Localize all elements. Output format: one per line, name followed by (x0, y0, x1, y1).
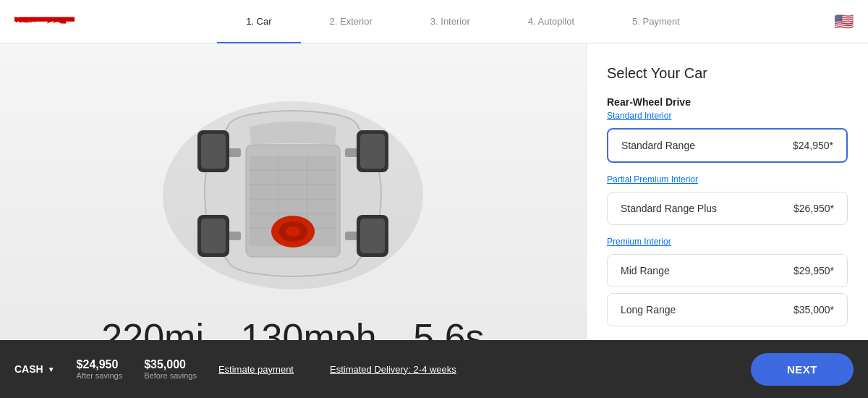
svg-rect-25 (360, 219, 385, 253)
nav-step-payment[interactable]: 5. Payment (603, 0, 709, 43)
premium-interior-link[interactable]: Premium Interior (607, 237, 848, 247)
svg-point-13 (286, 226, 300, 237)
chevron-down-icon: ▼ (48, 365, 55, 373)
partial-premium-interior-link[interactable]: Partial Premium Interior (607, 174, 848, 185)
nav-step-interior[interactable]: 3. Interior (401, 0, 499, 43)
car-option-standard-range[interactable]: Standard Range $24,950* (607, 128, 848, 163)
price-before-savings-block: $35,000 Before savings (144, 358, 197, 380)
drive-type-label: Rear-Wheel Drive (607, 96, 848, 108)
next-button[interactable]: NEXT (751, 353, 854, 386)
car-option-long-range[interactable]: Long Range $35,000* (607, 293, 848, 326)
bottom-bar: CASH ▼ $24,950 After savings $35,000 Bef… (0, 340, 868, 398)
section-premium: Premium Interior Mid Range $29,950* Long… (607, 237, 848, 326)
panel-title: Select Your Car (607, 65, 848, 82)
tesla-logo: TESLA (14, 12, 101, 31)
nav-step-autopilot[interactable]: 4. Autopilot (499, 0, 603, 43)
nav-step-exterior[interactable]: 2. Exterior (301, 0, 401, 43)
svg-rect-19 (201, 134, 226, 169)
payment-type-selector[interactable]: CASH ▼ (14, 363, 55, 375)
car-top-view (105, 90, 481, 293)
svg-rect-21 (360, 134, 385, 169)
country-flag[interactable]: 🇺🇸 (825, 12, 854, 31)
car-option-standard-range-plus[interactable]: Standard Range Plus $26,950* (607, 192, 848, 225)
estimated-delivery-link[interactable]: Estimated Delivery: 2-4 weeks (330, 364, 456, 375)
nav-steps: 1. Car 2. Exterior 3. Interior 4. Autopi… (101, 0, 825, 43)
navigation: TESLA 1. Car 2. Exterior 3. Interior 4. … (0, 0, 868, 43)
car-image (58, 72, 528, 311)
standard-interior-link[interactable]: Standard Interior (607, 111, 848, 121)
section-partial-premium: Partial Premium Interior Standard Range … (607, 174, 848, 225)
svg-rect-23 (201, 219, 226, 253)
price-after-savings-block: $24,950 After savings (77, 358, 123, 380)
nav-step-car[interactable]: 1. Car (217, 0, 300, 43)
estimate-payment-link[interactable]: Estimate payment (218, 364, 294, 375)
svg-text:TESLA: TESLA (14, 16, 36, 23)
car-option-mid-range[interactable]: Mid Range $29,950* (607, 254, 848, 287)
